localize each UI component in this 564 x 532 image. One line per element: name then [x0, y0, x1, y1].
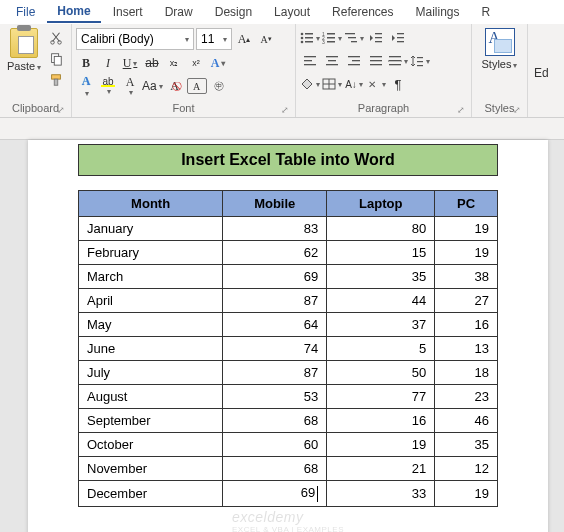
- cell-laptop[interactable]: 15: [327, 241, 435, 265]
- cell-pc[interactable]: 23: [435, 385, 498, 409]
- font-name-combo[interactable]: Calibri (Body) ▾: [76, 28, 194, 50]
- page[interactable]: Insert Excel Table into Word Month Mobil…: [28, 140, 548, 532]
- data-table[interactable]: Month Mobile Laptop PC January838019Febr…: [78, 190, 498, 507]
- tab-file[interactable]: File: [6, 2, 45, 22]
- cell-laptop[interactable]: 77: [327, 385, 435, 409]
- table-row[interactable]: February621519: [79, 241, 498, 265]
- cell-month[interactable]: October: [79, 433, 223, 457]
- font-color-button[interactable]: A: [120, 76, 140, 96]
- superscript-button[interactable]: x²: [186, 53, 206, 73]
- paste-button[interactable]: Paste: [4, 26, 44, 72]
- cell-pc[interactable]: 19: [435, 217, 498, 241]
- cell-pc[interactable]: 19: [435, 481, 498, 507]
- cell-pc[interactable]: 19: [435, 241, 498, 265]
- cell-mobile[interactable]: 60: [223, 433, 327, 457]
- line-spacing-button[interactable]: [410, 51, 430, 71]
- tab-home[interactable]: Home: [47, 1, 100, 23]
- cell-laptop[interactable]: 35: [327, 265, 435, 289]
- numbering-button[interactable]: 123: [322, 28, 342, 48]
- cell-laptop[interactable]: 21: [327, 457, 435, 481]
- cell-month[interactable]: September: [79, 409, 223, 433]
- cell-laptop[interactable]: 37: [327, 313, 435, 337]
- multilevel-list-button[interactable]: [344, 28, 364, 48]
- underline-button[interactable]: U: [120, 53, 140, 73]
- cell-laptop[interactable]: 16: [327, 409, 435, 433]
- tab-mailings[interactable]: Mailings: [405, 2, 469, 22]
- cell-pc[interactable]: 27: [435, 289, 498, 313]
- tab-layout[interactable]: Layout: [264, 2, 320, 22]
- table-row[interactable]: August537723: [79, 385, 498, 409]
- sort-button[interactable]: A↓: [344, 74, 364, 94]
- cell-mobile[interactable]: 53: [223, 385, 327, 409]
- tab-design[interactable]: Design: [205, 2, 262, 22]
- ruler[interactable]: [0, 118, 564, 140]
- cell-month[interactable]: December: [79, 481, 223, 507]
- bold-button[interactable]: B: [76, 53, 96, 73]
- font-size-combo[interactable]: 11 ▾: [196, 28, 232, 50]
- clear-formatting-button[interactable]: A⃠: [165, 76, 185, 96]
- align-left-button[interactable]: [300, 51, 320, 71]
- table-row[interactable]: June74513: [79, 337, 498, 361]
- align-center-button[interactable]: [322, 51, 342, 71]
- cell-pc[interactable]: 46: [435, 409, 498, 433]
- asian-layout-button[interactable]: ✕: [366, 74, 386, 94]
- header-pc[interactable]: PC: [435, 191, 498, 217]
- cell-pc[interactable]: 38: [435, 265, 498, 289]
- enclose-button[interactable]: ㊥: [209, 76, 229, 96]
- cell-month[interactable]: March: [79, 265, 223, 289]
- styles-button[interactable]: Styles: [477, 26, 523, 70]
- cell-month[interactable]: April: [79, 289, 223, 313]
- header-laptop[interactable]: Laptop: [327, 191, 435, 217]
- cell-laptop[interactable]: 5: [327, 337, 435, 361]
- cell-mobile[interactable]: 69: [223, 265, 327, 289]
- tab-truncated[interactable]: R: [472, 2, 501, 22]
- distributed-button[interactable]: [388, 51, 408, 71]
- justify-button[interactable]: [366, 51, 386, 71]
- header-mobile[interactable]: Mobile: [223, 191, 327, 217]
- cell-month[interactable]: February: [79, 241, 223, 265]
- highlight-button[interactable]: ab: [98, 76, 118, 96]
- cell-mobile[interactable]: 74: [223, 337, 327, 361]
- font-launcher-icon[interactable]: ⤢: [281, 105, 289, 115]
- cell-laptop[interactable]: 19: [327, 433, 435, 457]
- table-row[interactable]: January838019: [79, 217, 498, 241]
- text-effects-button[interactable]: A: [208, 53, 228, 73]
- cut-button[interactable]: [46, 28, 66, 48]
- cell-mobile[interactable]: 64: [223, 313, 327, 337]
- shrink-font-button[interactable]: A▾: [256, 29, 276, 49]
- italic-button[interactable]: I: [98, 53, 118, 73]
- cell-mobile[interactable]: 83: [223, 217, 327, 241]
- cell-mobile[interactable]: 87: [223, 289, 327, 313]
- table-row[interactable]: October601935: [79, 433, 498, 457]
- cell-laptop[interactable]: 44: [327, 289, 435, 313]
- cell-month[interactable]: May: [79, 313, 223, 337]
- table-row[interactable]: September681646: [79, 409, 498, 433]
- grow-font-button[interactable]: A▴: [234, 29, 254, 49]
- paragraph-launcher-icon[interactable]: ⤢: [457, 105, 465, 115]
- header-month[interactable]: Month: [79, 191, 223, 217]
- styles-launcher-icon[interactable]: ⤢: [513, 105, 521, 115]
- cell-mobile[interactable]: 87: [223, 361, 327, 385]
- table-row[interactable]: July875018: [79, 361, 498, 385]
- cell-month[interactable]: June: [79, 337, 223, 361]
- char-border-button[interactable]: A: [187, 78, 207, 94]
- cell-laptop[interactable]: 33: [327, 481, 435, 507]
- cell-pc[interactable]: 12: [435, 457, 498, 481]
- align-right-button[interactable]: [344, 51, 364, 71]
- cell-laptop[interactable]: 50: [327, 361, 435, 385]
- decrease-indent-button[interactable]: [366, 28, 386, 48]
- clipboard-launcher-icon[interactable]: ⤢: [57, 105, 65, 115]
- show-hide-button[interactable]: ¶: [388, 74, 408, 94]
- cell-mobile[interactable]: 68: [223, 457, 327, 481]
- editing-label[interactable]: Ed: [534, 66, 549, 80]
- cell-mobile[interactable]: 62: [223, 241, 327, 265]
- cell-month[interactable]: July: [79, 361, 223, 385]
- text-fill-button[interactable]: A: [76, 76, 96, 96]
- document-title[interactable]: Insert Excel Table into Word: [78, 144, 498, 176]
- cell-month[interactable]: August: [79, 385, 223, 409]
- cell-pc[interactable]: 18: [435, 361, 498, 385]
- tab-references[interactable]: References: [322, 2, 403, 22]
- cell-month[interactable]: January: [79, 217, 223, 241]
- cell-laptop[interactable]: 80: [327, 217, 435, 241]
- cell-month[interactable]: November: [79, 457, 223, 481]
